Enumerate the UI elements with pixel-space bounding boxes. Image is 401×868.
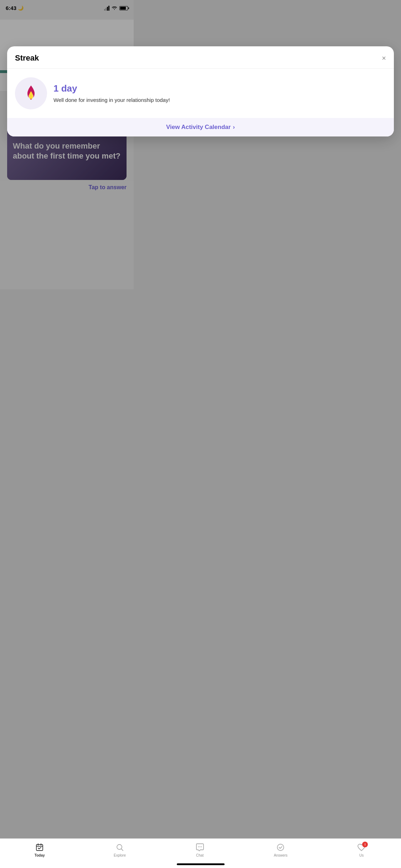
modal-text-area: 1 day Well done for investing in your re… bbox=[53, 83, 134, 104]
dim-overlay bbox=[0, 0, 134, 289]
view-calendar-button[interactable]: View Activity Calendar › bbox=[7, 118, 134, 136]
streak-modal: Streak × 1 day Well done for investing i… bbox=[7, 46, 134, 136]
modal-header: Streak × bbox=[7, 46, 134, 68]
flame-icon-container bbox=[15, 77, 47, 109]
modal-title: Streak bbox=[15, 53, 39, 63]
flame-icon bbox=[21, 83, 41, 103]
modal-body: 1 day Well done for investing in your re… bbox=[7, 69, 134, 118]
streak-days-text: 1 day bbox=[53, 83, 134, 94]
streak-description: Well done for investing in your relation… bbox=[53, 96, 134, 104]
